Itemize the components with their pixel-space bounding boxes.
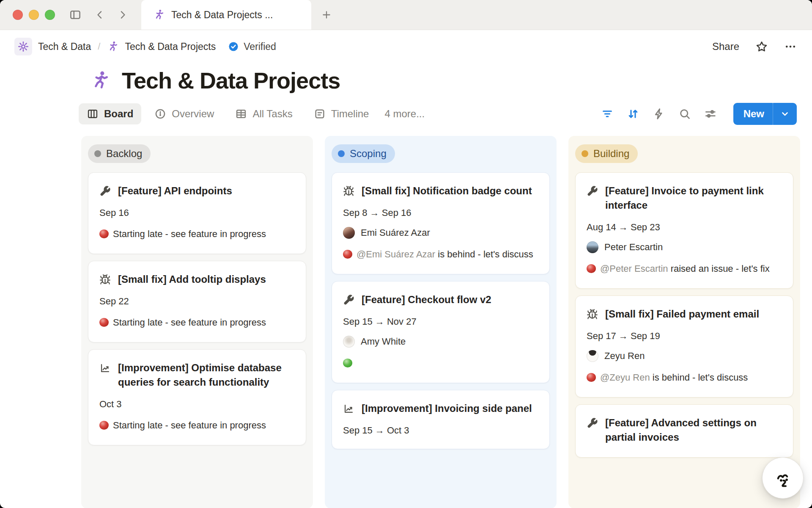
tab-board[interactable]: Board bbox=[79, 103, 141, 124]
new-button[interactable]: New bbox=[733, 103, 773, 125]
card-date: Sep 8 → Sep 16 bbox=[343, 207, 538, 218]
tab-all-tasks[interactable]: All Tasks bbox=[227, 103, 300, 124]
wrench-icon bbox=[587, 417, 598, 429]
page-title[interactable]: Tech & Data Projects bbox=[122, 67, 340, 94]
share-button[interactable]: Share bbox=[712, 41, 739, 52]
minimize-window-button[interactable] bbox=[29, 10, 39, 20]
runner-icon bbox=[90, 70, 111, 91]
workspace-icon-block[interactable] bbox=[14, 38, 32, 55]
status-mention: @Emi Suárez Azar bbox=[357, 249, 435, 260]
card-assignee: Emi Suárez Azar bbox=[343, 227, 538, 239]
tab-title: Tech & Data Projects ... bbox=[171, 9, 273, 21]
settings-sliders-icon[interactable] bbox=[703, 107, 718, 121]
card-status: @Peter Escartin raised an issue - let's … bbox=[587, 262, 782, 276]
close-window-button[interactable] bbox=[13, 10, 23, 20]
card-date: Sep 22 bbox=[99, 296, 295, 307]
avatar bbox=[587, 350, 598, 362]
forward-icon[interactable] bbox=[114, 6, 131, 23]
runner-icon bbox=[153, 9, 165, 21]
new-button-group: New bbox=[733, 103, 797, 125]
card-date: Sep 15 → Oct 3 bbox=[343, 425, 538, 436]
verified-badge-icon bbox=[228, 41, 239, 52]
column-header-backlog[interactable]: Backlog bbox=[88, 144, 151, 163]
chevron-down-icon[interactable] bbox=[773, 103, 797, 125]
lightning-icon[interactable] bbox=[652, 107, 666, 121]
timeline-view-icon bbox=[314, 108, 326, 120]
gear-icon bbox=[17, 41, 29, 52]
card-title-row: [Improvement] Invoicing side panel bbox=[343, 401, 538, 416]
green-status-dot bbox=[343, 359, 352, 367]
tab-overview[interactable]: Overview bbox=[146, 103, 222, 124]
zoom-window-button[interactable] bbox=[45, 10, 55, 20]
card-title: [Small fix] Notification badge count bbox=[362, 184, 532, 198]
card-status bbox=[343, 356, 538, 370]
breadcrumb-workspace[interactable]: Tech & Data bbox=[38, 41, 91, 52]
page-header: Tech & Data Projects bbox=[0, 61, 812, 98]
red-status-dot bbox=[99, 229, 109, 238]
status-dot-yellow bbox=[582, 150, 588, 157]
bug-icon bbox=[99, 274, 111, 285]
status-dot-gray bbox=[94, 150, 101, 157]
red-status-dot bbox=[343, 250, 352, 259]
card-status: Starting late - see feature in progress bbox=[99, 315, 295, 329]
task-card[interactable]: [Feature] API endpoints Sep 16 Starting … bbox=[88, 172, 306, 254]
wrench-icon bbox=[99, 185, 111, 197]
filter-icon[interactable] bbox=[600, 107, 614, 121]
tab-timeline[interactable]: Timeline bbox=[306, 103, 377, 124]
sidebar-toggle-icon[interactable] bbox=[67, 6, 84, 23]
header-actions: Share bbox=[712, 40, 797, 53]
search-icon[interactable] bbox=[678, 107, 692, 121]
card-title: [Small fix] Add tooltip displays bbox=[118, 272, 266, 287]
assignee-name: Amy White bbox=[361, 336, 406, 347]
task-card[interactable]: [Feature] Checkout flow v2 Sep 15 → Nov … bbox=[332, 281, 550, 383]
task-card[interactable]: [Small fix] Notification badge count Sep… bbox=[332, 172, 550, 274]
column-scoping: Scoping [Small fix] Notification badge c… bbox=[325, 136, 557, 508]
status-mention: @Zeyu Ren bbox=[600, 372, 650, 383]
task-card[interactable]: [Improvement] Invoicing side panel Sep 1… bbox=[332, 390, 550, 449]
verified-badge[interactable]: Verified bbox=[228, 41, 276, 52]
card-status: @Zeyu Ren is behind - let's discuss bbox=[587, 370, 782, 384]
card-assignee: Peter Escartin bbox=[587, 241, 782, 253]
task-card[interactable]: [Small fix] Add tooltip displays Sep 22 … bbox=[88, 261, 306, 342]
notion-ai-face-icon bbox=[772, 467, 794, 489]
app-tab[interactable]: Tech & Data Projects ... bbox=[141, 0, 311, 30]
board-view-icon bbox=[87, 108, 99, 120]
card-title: [Improvement] Invoicing side panel bbox=[362, 401, 532, 416]
more-views-button[interactable]: 4 more... bbox=[382, 103, 427, 124]
red-status-dot bbox=[99, 318, 109, 327]
card-date: Sep 17 → Sep 19 bbox=[587, 331, 782, 342]
card-title: [Feature] Invoice to payment link interf… bbox=[605, 184, 782, 213]
column-header-building[interactable]: Building bbox=[575, 144, 638, 163]
back-icon[interactable] bbox=[91, 6, 108, 23]
column-header-scoping[interactable]: Scoping bbox=[332, 144, 395, 163]
ai-assistant-button[interactable] bbox=[762, 457, 804, 499]
card-title-row: [Feature] Advanced settings on partial i… bbox=[587, 416, 782, 444]
new-tab-icon[interactable] bbox=[318, 6, 335, 23]
star-icon[interactable] bbox=[755, 40, 768, 53]
verified-label: Verified bbox=[244, 41, 276, 52]
red-status-dot bbox=[587, 264, 596, 273]
card-title-row: [Small fix] Failed payment email bbox=[587, 307, 782, 321]
bug-icon bbox=[587, 309, 598, 320]
card-date: Aug 14 → Sep 23 bbox=[587, 222, 782, 233]
card-title: [Feature] Checkout flow v2 bbox=[362, 293, 491, 307]
card-title-row: [Small fix] Add tooltip displays bbox=[99, 272, 295, 287]
avatar bbox=[343, 227, 355, 239]
card-title: [Feature] API endpoints bbox=[118, 184, 232, 198]
task-card[interactable]: [Feature] Advanced settings on partial i… bbox=[575, 404, 793, 458]
ellipsis-icon[interactable] bbox=[784, 40, 797, 53]
task-card[interactable]: [Improvement] Optimise database queries … bbox=[88, 349, 306, 445]
red-status-dot bbox=[99, 421, 109, 430]
card-title: [Small fix] Failed payment email bbox=[605, 307, 759, 321]
column-backlog: Backlog [Feature] API endpoints Sep 16 S… bbox=[81, 136, 313, 508]
card-status: Starting late - see feature in progress bbox=[99, 418, 295, 432]
sort-icon[interactable] bbox=[626, 107, 640, 121]
column-building: Building [Feature] Invoice to payment li… bbox=[568, 136, 800, 508]
runner-icon bbox=[107, 41, 119, 52]
wrench-icon bbox=[587, 185, 598, 197]
card-title-row: [Feature] Checkout flow v2 bbox=[343, 293, 538, 307]
breadcrumb-separator: / bbox=[98, 41, 100, 52]
breadcrumb-page[interactable]: Tech & Data Projects bbox=[107, 41, 216, 52]
task-card[interactable]: [Feature] Invoice to payment link interf… bbox=[575, 172, 793, 289]
task-card[interactable]: [Small fix] Failed payment email Sep 17 … bbox=[575, 295, 793, 398]
